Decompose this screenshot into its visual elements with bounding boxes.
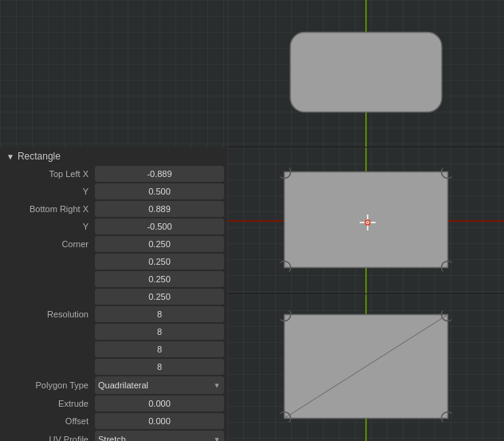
resolution-1-input[interactable] xyxy=(95,306,224,322)
resolution-3-input[interactable] xyxy=(95,341,224,357)
top-left-y-input[interactable] xyxy=(95,183,224,199)
shape-rect-diagonal-bottom xyxy=(280,311,451,425)
corner-1-input[interactable] xyxy=(95,236,224,252)
extrude-label: Extrude xyxy=(3,399,95,408)
svg-point-9 xyxy=(367,222,368,223)
polygon-type-select[interactable]: Quadrilateral Triangles xyxy=(95,376,224,394)
top-left-x-label: Top Left X xyxy=(3,169,95,179)
corner-3-row xyxy=(0,270,227,288)
uv-profile-label: UV Profile xyxy=(3,435,95,441)
polygon-type-row: Polygon Type Quadrilateral Triangles ▼ xyxy=(0,376,227,395)
corner-2-row xyxy=(0,253,227,270)
bottom-right-x-row: Bottom Right X xyxy=(0,200,227,218)
resolution-4-input[interactable] xyxy=(95,359,224,375)
section-label: Rectangle xyxy=(18,151,61,162)
corner-1-row: Corner xyxy=(0,235,227,253)
resolution-3-row xyxy=(0,341,227,358)
bottom-right-y-row: Y xyxy=(0,218,227,235)
resolution-2-row xyxy=(0,323,227,341)
resolution-label: Resolution xyxy=(3,309,95,319)
bottom-right-x-label: Bottom Right X xyxy=(3,204,95,214)
resolution-2-input[interactable] xyxy=(95,324,224,340)
corner-label: Corner xyxy=(3,239,95,249)
top-left-y-row: Y xyxy=(0,183,227,200)
bottom-right-y-input[interactable] xyxy=(95,219,224,234)
offset-row: Offset xyxy=(0,412,227,430)
uv-profile-select[interactable]: Stretch Fit None xyxy=(95,431,224,441)
left-panel: ▼ Rectangle Top Left X Y Bottom Right X … xyxy=(0,0,227,441)
uv-profile-row: UV Profile Stretch Fit None ▼ xyxy=(0,430,227,441)
uv-profile-select-wrapper: Stretch Fit None ▼ xyxy=(95,431,224,441)
viewport-top xyxy=(227,0,504,148)
polygon-type-select-wrapper: Quadrilateral Triangles ▼ xyxy=(95,376,224,394)
corner-4-row xyxy=(0,288,227,305)
corner-2-input[interactable] xyxy=(95,254,224,270)
properties-panel: ▼ Rectangle Top Left X Y Bottom Right X … xyxy=(0,148,227,441)
crosshair-icon xyxy=(358,213,374,229)
offset-label: Offset xyxy=(3,416,95,426)
viewport-middle xyxy=(227,148,504,295)
polygon-type-label: Polygon Type xyxy=(3,380,95,390)
rect-diagonal-svg xyxy=(280,311,451,423)
right-panel xyxy=(227,0,504,441)
top-left-x-input[interactable] xyxy=(95,166,224,182)
resolution-1-row: Resolution xyxy=(0,305,227,323)
bottom-right-y-label: Y xyxy=(3,222,95,231)
resolution-4-row xyxy=(0,358,227,376)
section-arrow: ▼ xyxy=(6,152,14,161)
top-left-y-label: Y xyxy=(3,187,95,196)
svg-rect-0 xyxy=(290,32,442,112)
extrude-input[interactable] xyxy=(95,396,224,411)
left-grid-area xyxy=(0,0,227,148)
extrude-row: Extrude xyxy=(0,395,227,412)
section-rectangle[interactable]: ▼ Rectangle xyxy=(0,148,227,165)
bottom-right-x-input[interactable] xyxy=(95,201,224,217)
rounded-rect-svg xyxy=(286,28,446,116)
shape-rounded-rect-top xyxy=(286,28,446,118)
corner-4-input[interactable] xyxy=(95,289,224,305)
top-left-x-row: Top Left X xyxy=(0,165,227,183)
corner-3-input[interactable] xyxy=(95,271,224,287)
offset-input[interactable] xyxy=(95,413,224,429)
viewport-bottom xyxy=(227,294,504,441)
